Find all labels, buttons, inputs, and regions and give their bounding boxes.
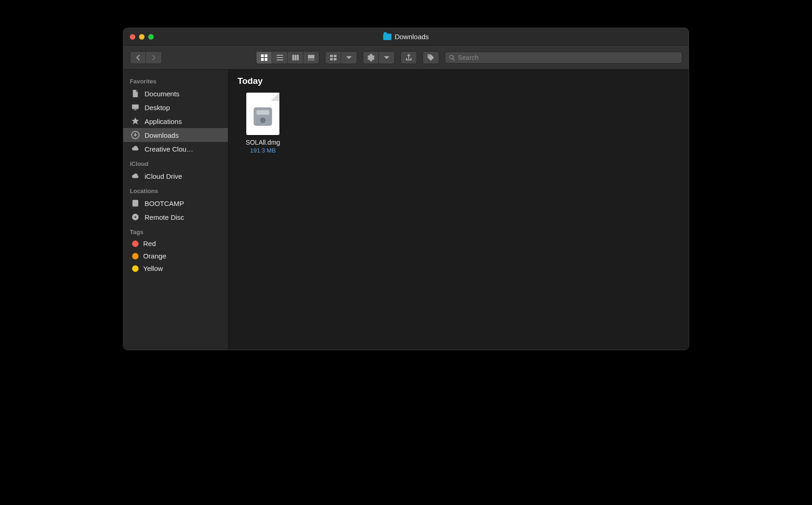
file-size: 191.3 MB bbox=[250, 147, 276, 154]
close-button[interactable] bbox=[130, 34, 135, 40]
svg-rect-14 bbox=[313, 59, 314, 60]
maximize-button[interactable] bbox=[148, 34, 154, 40]
sidebar-item-label: BOOTCAMP bbox=[145, 200, 221, 207]
svg-rect-22 bbox=[133, 200, 139, 206]
sidebar-item-applications[interactable]: Applications bbox=[123, 114, 228, 128]
list-icon bbox=[276, 54, 284, 61]
nav-buttons bbox=[130, 51, 162, 64]
sidebar-item-downloads[interactable]: Downloads bbox=[123, 128, 228, 142]
sidebar-item-desktop[interactable]: Desktop bbox=[123, 100, 228, 114]
sidebar-item-remote-disc[interactable]: Remote Disc bbox=[123, 210, 228, 224]
svg-rect-1 bbox=[265, 54, 267, 57]
search-input[interactable] bbox=[458, 54, 678, 61]
disk-glyph bbox=[254, 107, 272, 126]
svg-rect-6 bbox=[277, 59, 283, 60]
tags-group bbox=[423, 51, 439, 64]
minimize-button[interactable] bbox=[139, 34, 145, 40]
downloads-icon bbox=[131, 130, 140, 140]
action-dropdown[interactable] bbox=[379, 52, 394, 64]
files-grid: SOLAll.dmg 191.3 MB bbox=[238, 93, 679, 154]
sidebar-item-tag-red[interactable]: Red bbox=[123, 237, 228, 250]
tags-button[interactable] bbox=[423, 52, 439, 64]
sidebar-item-documents[interactable]: Documents bbox=[123, 87, 228, 100]
svg-rect-8 bbox=[295, 55, 296, 60]
traffic-lights bbox=[130, 34, 154, 40]
arrange-icon bbox=[330, 54, 337, 61]
sidebar-section-icloud: iCloud bbox=[123, 156, 228, 169]
sidebar-item-tag-yellow[interactable]: Yellow bbox=[123, 262, 228, 275]
dmg-file-icon bbox=[246, 93, 279, 135]
search-icon bbox=[449, 54, 455, 61]
chevron-down-icon bbox=[345, 54, 353, 61]
sidebar-item-label: Downloads bbox=[145, 131, 221, 139]
sidebar-section-tags: Tags bbox=[123, 224, 228, 237]
arrange-dropdown[interactable] bbox=[341, 52, 357, 64]
svg-rect-19 bbox=[132, 105, 139, 109]
svg-rect-20 bbox=[134, 110, 136, 111]
gallery-icon bbox=[307, 54, 315, 61]
desktop-icon bbox=[131, 103, 140, 112]
forward-button[interactable] bbox=[146, 52, 162, 64]
chevron-right-icon bbox=[150, 54, 157, 61]
tag-dot-red bbox=[132, 241, 139, 247]
file-item[interactable]: SOLAll.dmg 191.3 MB bbox=[238, 93, 288, 154]
icon-view-button[interactable] bbox=[256, 52, 272, 64]
document-icon bbox=[131, 89, 140, 98]
sidebar-item-label: Red bbox=[143, 240, 221, 247]
back-button[interactable] bbox=[130, 52, 146, 64]
share-icon bbox=[405, 54, 412, 61]
action-group bbox=[363, 51, 395, 64]
sidebar-item-bootcamp[interactable]: BOOTCAMP bbox=[123, 196, 228, 210]
chevron-left-icon bbox=[134, 54, 142, 61]
svg-rect-2 bbox=[261, 58, 264, 61]
sidebar-item-label: Applications bbox=[145, 117, 221, 125]
toolbar bbox=[123, 46, 689, 70]
svg-rect-18 bbox=[334, 58, 336, 60]
share-button[interactable] bbox=[401, 52, 417, 64]
share-group bbox=[400, 51, 417, 64]
list-view-button[interactable] bbox=[272, 52, 288, 64]
gear-icon bbox=[367, 54, 375, 61]
svg-rect-12 bbox=[310, 59, 311, 60]
columns-icon bbox=[292, 54, 299, 61]
sidebar-section-locations: Locations bbox=[123, 183, 228, 196]
svg-rect-4 bbox=[277, 55, 283, 56]
action-button[interactable] bbox=[363, 52, 379, 64]
svg-point-24 bbox=[134, 216, 136, 218]
arrange-group bbox=[325, 51, 357, 64]
window-body: Favorites Documents Desktop Applications… bbox=[123, 70, 689, 350]
svg-rect-9 bbox=[297, 55, 299, 60]
finder-window: Downloads bbox=[123, 28, 689, 350]
creative-cloud-icon bbox=[131, 144, 140, 153]
content-area: Today SOLAll.dmg 191.3 MB bbox=[228, 70, 689, 350]
sidebar-item-label: Desktop bbox=[145, 104, 221, 112]
sidebar-item-label: Remote Disc bbox=[145, 213, 221, 221]
svg-rect-3 bbox=[265, 58, 267, 61]
chevron-down-icon bbox=[383, 54, 390, 61]
icloud-icon bbox=[131, 171, 140, 181]
svg-rect-7 bbox=[292, 55, 294, 60]
arrange-button[interactable] bbox=[325, 52, 341, 64]
svg-rect-17 bbox=[330, 58, 333, 60]
grid-icon bbox=[261, 54, 268, 61]
sidebar-item-tag-orange[interactable]: Orange bbox=[123, 250, 228, 262]
column-view-button[interactable] bbox=[288, 52, 303, 64]
sidebar-item-label: iCloud Drive bbox=[145, 172, 221, 180]
tag-icon bbox=[427, 54, 435, 61]
sidebar-item-label: Documents bbox=[145, 90, 221, 98]
svg-rect-0 bbox=[261, 54, 264, 57]
sidebar: Favorites Documents Desktop Applications… bbox=[123, 70, 228, 350]
gallery-view-button[interactable] bbox=[303, 52, 319, 64]
titlebar: Downloads bbox=[123, 28, 689, 46]
svg-rect-11 bbox=[308, 59, 309, 60]
svg-rect-5 bbox=[277, 57, 283, 58]
search-field[interactable] bbox=[445, 52, 682, 64]
sidebar-item-label: Creative Clou… bbox=[145, 145, 221, 153]
svg-rect-16 bbox=[334, 55, 336, 57]
svg-rect-13 bbox=[312, 59, 313, 60]
sidebar-item-creative-cloud[interactable]: Creative Clou… bbox=[123, 142, 228, 156]
folder-icon bbox=[383, 34, 391, 40]
sidebar-item-icloud-drive[interactable]: iCloud Drive bbox=[123, 169, 228, 183]
sidebar-section-favorites: Favorites bbox=[123, 73, 228, 87]
tag-dot-yellow bbox=[132, 265, 139, 272]
